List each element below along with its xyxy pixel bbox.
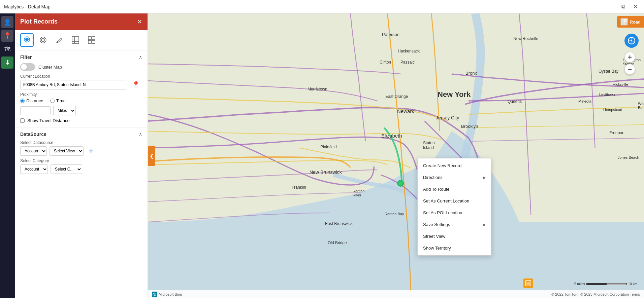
category-row: Account Select C... bbox=[20, 164, 142, 174]
svg-rect-14 bbox=[621, 19, 624, 22]
panel-close-button[interactable]: ✕ bbox=[137, 19, 142, 25]
context-add-to-route[interactable]: Add To Route bbox=[418, 183, 491, 195]
svg-rect-9 bbox=[92, 37, 95, 40]
svg-text:Ⓑ: Ⓑ bbox=[153, 293, 156, 297]
cluster-map-row: Cluster Map bbox=[20, 63, 142, 71]
svg-point-19 bbox=[631, 40, 632, 41]
panel-header: Plot Records ✕ bbox=[15, 13, 148, 30]
directions-arrow-icon: ▶ bbox=[483, 175, 486, 180]
map-controls: + − bbox=[624, 34, 639, 75]
map-background: Paterson New Rochelle Hackensack Clifton… bbox=[148, 13, 644, 298]
titlebar: Maplytics - Detail Map ⧉ ✕ bbox=[0, 0, 644, 13]
toolbar-layers-icon[interactable] bbox=[69, 33, 82, 47]
select-category-label: Select Category bbox=[20, 158, 142, 163]
icon-sidebar: 👤 📍 🗺 ⬇ bbox=[0, 13, 15, 298]
distance-radio-label[interactable]: Distance bbox=[20, 98, 43, 103]
datasource-section-header[interactable]: DataSource ∧ bbox=[20, 132, 142, 137]
sidebar-item-map[interactable]: 🗺 bbox=[1, 43, 13, 55]
window-controls: ⧉ ✕ bbox=[618, 2, 640, 11]
road-label: Road bbox=[630, 20, 641, 25]
restore-button[interactable]: ⧉ bbox=[618, 2, 628, 11]
toolbar-grid-icon[interactable] bbox=[85, 33, 98, 47]
scale-5mi-label: 5 miles bbox=[574, 282, 585, 286]
map-pin bbox=[397, 180, 404, 187]
toolbar-draw-icon[interactable] bbox=[53, 33, 66, 47]
show-travel-checkbox[interactable] bbox=[20, 118, 25, 123]
panel-title: Plot Records bbox=[20, 18, 58, 25]
svg-point-3 bbox=[41, 38, 45, 42]
time-label: Time bbox=[56, 98, 66, 103]
datasource-row: Accoun Select View + bbox=[20, 146, 142, 156]
category-select[interactable]: Select C... bbox=[51, 164, 82, 174]
context-set-current-location[interactable]: Set As Current Location bbox=[418, 195, 491, 207]
cluster-map-toggle[interactable] bbox=[20, 63, 35, 71]
proximity-radio-group: Distance Time bbox=[20, 98, 142, 103]
map-area[interactable]: Paterson New Rochelle Hackensack Clifton… bbox=[148, 13, 644, 298]
list-icon bbox=[525, 280, 531, 286]
time-radio-label[interactable]: Time bbox=[50, 98, 66, 103]
filter-section-header[interactable]: Filter ∧ bbox=[20, 54, 142, 60]
sidebar-item-download[interactable]: ⬇ bbox=[1, 57, 13, 69]
svg-rect-16 bbox=[621, 22, 624, 25]
scale-row: 5 miles 10 km bbox=[574, 282, 637, 286]
location-input-wrap bbox=[20, 80, 127, 89]
zoom-out-button[interactable]: − bbox=[624, 64, 635, 75]
context-directions[interactable]: Directions ▶ bbox=[418, 172, 491, 183]
travel-distance-row: Show Travel Distance bbox=[20, 118, 142, 123]
distance-input[interactable] bbox=[20, 106, 51, 115]
sidebar-item-location[interactable]: 📍 bbox=[1, 30, 13, 42]
gps-button[interactable] bbox=[624, 34, 639, 48]
svg-point-2 bbox=[40, 37, 46, 43]
filter-chevron-icon: ∧ bbox=[139, 54, 142, 60]
bing-logo: Ⓑ Microsoft Bing bbox=[152, 292, 182, 297]
distance-label: Distance bbox=[26, 98, 43, 103]
scale-segment-5mi bbox=[586, 283, 607, 285]
miles-select[interactable]: Miles Km bbox=[53, 106, 76, 115]
cluster-map-label: Cluster Map bbox=[38, 65, 62, 70]
toolbar-shape-icon[interactable] bbox=[36, 33, 50, 47]
location-pin-icon[interactable]: 📍 bbox=[130, 80, 142, 89]
view-select[interactable]: Select View bbox=[50, 146, 84, 156]
sidebar-item-person[interactable]: 👤 bbox=[1, 16, 13, 28]
svg-rect-17 bbox=[624, 22, 627, 25]
distance-row: Miles Km bbox=[20, 106, 142, 115]
category-account-select[interactable]: Account bbox=[20, 164, 48, 174]
copyright-text: © 2022 TomTom, © 2023 Microsoft Corporat… bbox=[551, 292, 640, 296]
side-panel: Plot Records ✕ Filter ∧ bbox=[15, 13, 148, 298]
show-travel-label[interactable]: Show Travel Distance bbox=[27, 118, 70, 123]
road-type-button[interactable]: Road bbox=[617, 16, 644, 28]
bottom-bar: Ⓑ Microsoft Bing © 2022 TomTom, © 2023 M… bbox=[148, 290, 644, 298]
context-save-settings[interactable]: Save Settings ▶ bbox=[418, 219, 491, 230]
collapse-panel-button[interactable]: ❮ bbox=[148, 146, 155, 166]
bing-label: Microsoft Bing bbox=[159, 292, 182, 296]
context-street-view[interactable]: Street View bbox=[418, 230, 491, 242]
account-select[interactable]: Accoun bbox=[20, 146, 47, 156]
svg-rect-4 bbox=[72, 37, 79, 43]
scale-segment-10km bbox=[607, 283, 627, 285]
map-list-icon[interactable] bbox=[523, 278, 533, 288]
toolbar-plot-icon[interactable] bbox=[20, 33, 34, 47]
bing-icon: Ⓑ bbox=[152, 292, 157, 297]
road-icon bbox=[620, 18, 628, 26]
svg-rect-8 bbox=[88, 37, 91, 40]
zoom-in-button[interactable]: + bbox=[624, 52, 635, 63]
context-set-poi-location[interactable]: Set As POI Location bbox=[418, 207, 491, 219]
time-radio[interactable] bbox=[50, 99, 55, 103]
add-datasource-button[interactable]: + bbox=[86, 146, 96, 156]
scale-10km-label: 10 km bbox=[628, 282, 637, 286]
location-input[interactable] bbox=[21, 80, 127, 89]
main-container: 👤 📍 🗺 ⬇ Plot Records ✕ bbox=[0, 13, 644, 298]
close-button[interactable]: ✕ bbox=[631, 2, 640, 11]
toggle-knob bbox=[21, 64, 27, 70]
window-title: Maplytics - Detail Map bbox=[4, 4, 51, 9]
context-create-new-record[interactable]: Create New Record bbox=[418, 160, 491, 172]
gps-icon bbox=[627, 36, 636, 45]
context-show-territory[interactable]: Show Territory bbox=[418, 242, 491, 254]
datasource-chevron-icon: ∧ bbox=[139, 132, 142, 137]
distance-radio[interactable] bbox=[20, 99, 25, 103]
datasource-title: DataSource bbox=[20, 132, 46, 137]
svg-rect-15 bbox=[624, 19, 627, 22]
svg-rect-11 bbox=[92, 40, 95, 43]
map-svg bbox=[148, 13, 644, 298]
save-settings-arrow-icon: ▶ bbox=[483, 222, 486, 227]
